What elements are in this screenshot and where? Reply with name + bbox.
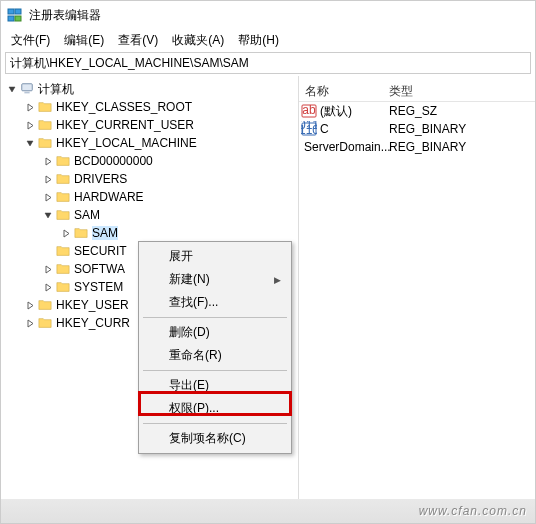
value-name: (默认) — [320, 103, 352, 120]
menu-file[interactable]: 文件(F) — [5, 30, 56, 51]
chevron-right-icon[interactable] — [41, 172, 55, 186]
chevron-down-icon[interactable] — [41, 208, 55, 222]
ctx-expand[interactable]: 展开 — [141, 245, 289, 268]
ctx-separator — [143, 370, 287, 371]
tree-sam-sam[interactable]: SAM — [1, 224, 298, 242]
submenu-arrow-icon: ▶ — [274, 275, 281, 285]
value-type: REG_BINARY — [383, 122, 535, 136]
context-menu: 展开 新建(N)▶ 查找(F)... 删除(D) 重命名(R) 导出(E) 权限… — [138, 241, 292, 454]
list-header: 名称 类型 — [299, 80, 535, 102]
chevron-right-icon[interactable] — [23, 100, 37, 114]
tree-label: HKEY_CURR — [56, 316, 130, 330]
ctx-separator — [143, 317, 287, 318]
tree-label: SYSTEM — [74, 280, 123, 294]
folder-icon — [55, 280, 71, 294]
tree-drivers[interactable]: DRIVERS — [1, 170, 298, 188]
ctx-copy-key-name[interactable]: 复制项名称(C) — [141, 427, 289, 450]
chevron-right-icon[interactable] — [41, 154, 55, 168]
value-list-pane[interactable]: 名称 类型 (默认) REG_SZ C REG_BINARY ServerDom… — [299, 76, 535, 520]
chevron-down-icon[interactable] — [5, 82, 19, 96]
ctx-label: 导出(E) — [169, 377, 209, 394]
tree-sam[interactable]: SAM — [1, 206, 298, 224]
ctx-delete[interactable]: 删除(D) — [141, 321, 289, 344]
col-name[interactable]: 名称 — [299, 80, 383, 101]
address-bar[interactable]: 计算机\HKEY_LOCAL_MACHINE\SAM\SAM — [5, 52, 531, 74]
folder-icon — [55, 172, 71, 186]
chevron-right-icon[interactable] — [41, 190, 55, 204]
ctx-label: 复制项名称(C) — [169, 430, 246, 447]
tree-hklm[interactable]: HKEY_LOCAL_MACHINE — [1, 134, 298, 152]
menu-help[interactable]: 帮助(H) — [232, 30, 285, 51]
value-type: REG_SZ — [383, 104, 535, 118]
list-row[interactable]: ServerDomain... REG_BINARY — [299, 138, 535, 156]
chevron-right-icon[interactable] — [59, 226, 73, 240]
watermark-text: www.cfan.com.cn — [419, 504, 527, 518]
ctx-separator — [143, 423, 287, 424]
watermark-footer: www.cfan.com.cn — [1, 499, 535, 523]
tree-label: 计算机 — [38, 81, 74, 98]
ctx-label: 新建(N) — [169, 271, 210, 288]
folder-icon — [55, 190, 71, 204]
folder-icon — [55, 244, 71, 258]
reg-string-icon — [301, 103, 317, 119]
tree-label: SECURIT — [74, 244, 127, 258]
ctx-rename[interactable]: 重命名(R) — [141, 344, 289, 367]
address-path: 计算机\HKEY_LOCAL_MACHINE\SAM\SAM — [10, 55, 249, 72]
svg-rect-2 — [8, 16, 14, 21]
list-row[interactable]: C REG_BINARY — [299, 120, 535, 138]
folder-icon — [55, 154, 71, 168]
chevron-down-icon[interactable] — [23, 136, 37, 150]
reg-binary-icon — [301, 121, 317, 137]
chevron-right-icon[interactable] — [23, 118, 37, 132]
menu-favorites[interactable]: 收藏夹(A) — [166, 30, 230, 51]
list-row[interactable]: (默认) REG_SZ — [299, 102, 535, 120]
folder-icon — [37, 118, 53, 132]
ctx-label: 展开 — [169, 248, 193, 265]
value-name: C — [320, 122, 329, 136]
value-type: REG_BINARY — [383, 140, 535, 154]
folder-icon — [55, 208, 71, 222]
chevron-right-icon[interactable] — [23, 316, 37, 330]
folder-icon — [37, 100, 53, 114]
tree-label: HKEY_CURRENT_USER — [56, 118, 194, 132]
tree-bcd[interactable]: BCD00000000 — [1, 152, 298, 170]
tree-label: HKEY_LOCAL_MACHINE — [56, 136, 197, 150]
chevron-right-icon[interactable] — [23, 298, 37, 312]
menu-view[interactable]: 查看(V) — [112, 30, 164, 51]
tree-label: SOFTWA — [74, 262, 125, 276]
tree-label: HKEY_USER — [56, 298, 129, 312]
ctx-export[interactable]: 导出(E) — [141, 374, 289, 397]
folder-icon — [55, 262, 71, 276]
ctx-label: 删除(D) — [169, 324, 210, 341]
tree-root[interactable]: 计算机 — [1, 80, 298, 98]
window-title: 注册表编辑器 — [29, 7, 101, 24]
tree-hkcu[interactable]: HKEY_CURRENT_USER — [1, 116, 298, 134]
ctx-new[interactable]: 新建(N)▶ — [141, 268, 289, 291]
tree-hkcr[interactable]: HKEY_CLASSES_ROOT — [1, 98, 298, 116]
folder-icon — [37, 316, 53, 330]
ctx-permissions[interactable]: 权限(P)... — [141, 397, 289, 420]
chevron-right-icon[interactable] — [41, 280, 55, 294]
ctx-label: 重命名(R) — [169, 347, 222, 364]
ctx-label: 查找(F)... — [169, 294, 218, 311]
col-type[interactable]: 类型 — [383, 80, 535, 101]
ctx-label: 权限(P)... — [169, 400, 219, 417]
titlebar: 注册表编辑器 — [1, 1, 535, 29]
ctx-find[interactable]: 查找(F)... — [141, 291, 289, 314]
menu-edit[interactable]: 编辑(E) — [58, 30, 110, 51]
tree-label: HKEY_CLASSES_ROOT — [56, 100, 192, 114]
tree-hardware[interactable]: HARDWARE — [1, 188, 298, 206]
svg-rect-3 — [15, 16, 21, 21]
tree-label: DRIVERS — [74, 172, 127, 186]
value-name: ServerDomain... — [304, 140, 391, 154]
tree-label: SAM — [74, 208, 100, 222]
folder-icon — [37, 136, 53, 150]
folder-icon — [73, 226, 89, 240]
svg-rect-0 — [8, 9, 14, 14]
chevron-right-icon[interactable] — [41, 262, 55, 276]
tree-label: HARDWARE — [74, 190, 144, 204]
menubar: 文件(F) 编辑(E) 查看(V) 收藏夹(A) 帮助(H) — [1, 29, 535, 51]
regedit-app-icon — [7, 7, 23, 23]
computer-icon — [19, 82, 35, 96]
tree-label: SAM — [92, 226, 118, 240]
